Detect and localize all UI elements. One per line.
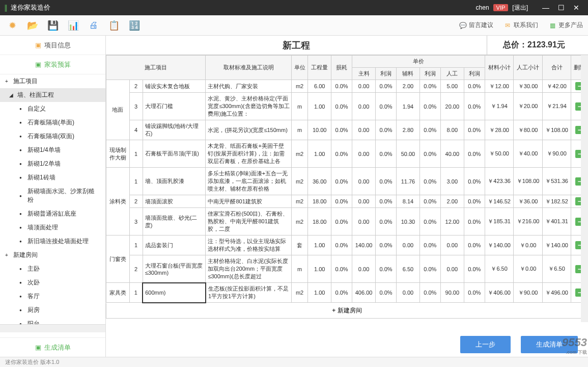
loss[interactable]: 0.0%	[331, 120, 352, 140]
labor-price[interactable]: 40.00	[441, 140, 464, 168]
content-vscrollbar[interactable]	[581, 55, 588, 322]
item-name[interactable]: 大理石门槛	[143, 93, 206, 120]
tree-item[interactable]: ●主卧	[0, 262, 105, 276]
loss[interactable]: 0.0%	[331, 93, 352, 120]
tree-item[interactable]: ●新砌1/4单墙	[0, 143, 105, 157]
tree-item[interactable]: ●厨房	[0, 303, 105, 317]
loss[interactable]: 0.0%	[331, 208, 352, 235]
aux-price[interactable]: 1.94	[397, 93, 420, 120]
aux-price[interactable]: 11.76	[397, 168, 420, 195]
profit3[interactable]: 0.0%	[464, 120, 485, 140]
tree-item[interactable]: ●新砌1砖墙	[0, 171, 105, 185]
item-name[interactable]: 铺设踢脚线(地砖/大理石)	[143, 120, 206, 140]
profit3[interactable]: 0.0%	[464, 168, 485, 195]
profit2[interactable]: 0.0%	[419, 235, 440, 255]
tree-item[interactable]: ●阳台	[0, 317, 105, 324]
tree-item[interactable]: +新建房间	[0, 248, 105, 262]
tree-item[interactable]: ●新砌普通浴缸底座	[0, 207, 105, 221]
labor-price[interactable]: 90.00	[441, 283, 464, 303]
labor-price[interactable]: 8.00	[441, 120, 464, 140]
aux-price[interactable]: 0.00	[397, 235, 420, 255]
labor-price[interactable]: 20.00	[441, 93, 464, 120]
profit3[interactable]: 0.0%	[464, 235, 485, 255]
loss[interactable]: 0.0%	[331, 80, 352, 93]
labor-price[interactable]: 5.00	[441, 80, 464, 93]
excel-icon[interactable]: 📊	[66, 18, 80, 33]
tree-item[interactable]: ●自定义	[0, 102, 105, 116]
profit3[interactable]: 0.0%	[464, 195, 485, 208]
item-name[interactable]: 铺设实木复合地板	[143, 80, 206, 93]
profit1[interactable]: 0.0%	[375, 120, 396, 140]
profit3[interactable]: 0.0%	[464, 255, 485, 283]
profit1[interactable]: 0.0%	[375, 255, 396, 283]
qty[interactable]: 18.00	[308, 195, 331, 208]
qty[interactable]: 6.00	[308, 80, 331, 93]
labor-price[interactable]: 0.00	[441, 235, 464, 255]
main-price[interactable]: 0.00	[352, 208, 376, 235]
profit3[interactable]: 0.0%	[464, 80, 485, 93]
main-price[interactable]: 0.00	[352, 80, 376, 93]
aux-price[interactable]: 6.50	[397, 255, 420, 283]
qty[interactable]: 1.00	[308, 93, 331, 120]
item-name[interactable]: 墙、顶面乳胶漆	[143, 168, 206, 195]
tree-item[interactable]: ●石膏板隔墙(单面)	[0, 116, 105, 129]
main-price[interactable]: 0.00	[352, 195, 376, 208]
feedback-link[interactable]: 💬留言建议	[459, 21, 493, 30]
qty[interactable]: 10.00	[308, 120, 331, 140]
prev-button[interactable]: 上一步	[460, 336, 511, 353]
aux-price[interactable]: 10.30	[397, 208, 420, 235]
maximize-button[interactable]: ☐	[553, 4, 569, 12]
profit2[interactable]: 0.0%	[419, 140, 440, 168]
profit1[interactable]: 0.0%	[375, 283, 396, 303]
labor-price[interactable]: 12.00	[441, 208, 464, 235]
tree-item[interactable]: ●新砌墙面水泥、沙浆刮糙粉	[0, 185, 105, 207]
item-name[interactable]: 成品套装门	[143, 235, 206, 255]
main-price[interactable]: 0.00	[352, 93, 376, 120]
tree-item[interactable]: ●次卧	[0, 276, 105, 290]
tree-item[interactable]: ●墙顶面处理	[0, 221, 105, 234]
loss[interactable]: 0.0%	[331, 140, 352, 168]
profit2[interactable]: 0.0%	[419, 93, 440, 120]
labor-price[interactable]: 0.00	[441, 255, 464, 283]
profit2[interactable]: 0.0%	[419, 195, 440, 208]
main-price[interactable]: 0.00	[352, 140, 376, 168]
contact-link[interactable]: ✉联系我们	[503, 21, 538, 30]
profit2[interactable]: 0.0%	[419, 80, 440, 93]
aux-price[interactable]: 0.00	[397, 283, 420, 303]
profit3[interactable]: 0.0%	[464, 283, 485, 303]
tab-project-info[interactable]: ▣项目信息	[0, 36, 105, 55]
qty[interactable]: 1.00	[308, 283, 331, 303]
save-icon[interactable]: 💾	[46, 18, 60, 33]
profit1[interactable]: 0.0%	[375, 195, 396, 208]
profit2[interactable]: 0.0%	[419, 120, 440, 140]
add-room-button[interactable]: + 新建房间	[106, 303, 588, 319]
item-name[interactable]: 600mm)	[143, 283, 206, 303]
tree-item[interactable]: ●新旧墙连接处墙面处理	[0, 234, 105, 248]
loss[interactable]: 0.0%	[331, 283, 352, 303]
qty[interactable]: 1.00	[308, 140, 331, 168]
profit1[interactable]: 0.0%	[375, 80, 396, 93]
tree-item[interactable]: +施工项目	[0, 74, 105, 88]
loss[interactable]: 0.0%	[331, 255, 352, 283]
tree-item[interactable]: ◢墙、柱面工程	[0, 88, 105, 102]
qty[interactable]: 36.00	[308, 168, 331, 195]
print-icon[interactable]: 🖨	[87, 18, 101, 33]
sidebar-hscrollbar[interactable]	[0, 324, 105, 332]
aux-price[interactable]: 8.14	[397, 195, 420, 208]
logout-link[interactable]: [退出]	[512, 4, 528, 12]
tab-budget[interactable]: ▣家装预算	[0, 55, 105, 74]
calc-icon[interactable]: 🔢	[127, 18, 142, 33]
aux-price[interactable]: 50.00	[397, 140, 420, 168]
profit2[interactable]: 0.0%	[419, 208, 440, 235]
generate-list-button[interactable]: ▣生成清单	[0, 337, 105, 357]
generate-button[interactable]: 生成清单	[521, 336, 578, 353]
tree-item[interactable]: ●客厅	[0, 290, 105, 303]
loss[interactable]: 0.0%	[331, 235, 352, 255]
loss[interactable]: 0.0%	[331, 168, 352, 195]
labor-price[interactable]: 3.00	[441, 168, 464, 195]
profit2[interactable]: 0.0%	[419, 255, 440, 283]
profit2[interactable]: 0.0%	[419, 283, 440, 303]
qty[interactable]: 18.00	[308, 208, 331, 235]
item-name[interactable]: 墙顶面批嵌、砂光(二度)	[143, 208, 206, 235]
main-price[interactable]: 0.00	[352, 168, 376, 195]
